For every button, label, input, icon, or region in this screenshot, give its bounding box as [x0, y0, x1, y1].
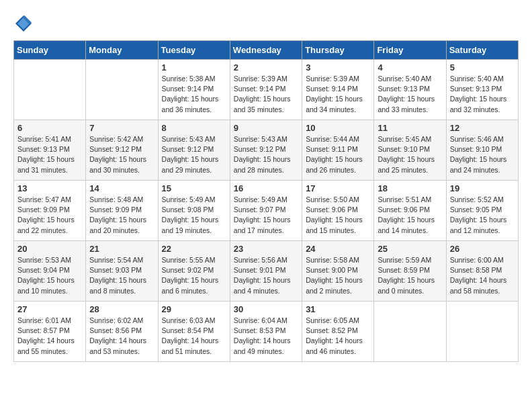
- day-number: 5: [450, 62, 515, 73]
- day-info: Sunrise: 5:39 AM Sunset: 9:14 PM Dayligh…: [306, 74, 370, 115]
- day-cell: 30Sunrise: 6:04 AM Sunset: 8:53 PM Dayli…: [230, 302, 302, 362]
- day-number: 6: [17, 123, 82, 133]
- day-cell: 17Sunrise: 5:50 AM Sunset: 9:06 PM Dayli…: [302, 181, 374, 241]
- day-cell: [374, 302, 446, 362]
- day-cell: 3Sunrise: 5:39 AM Sunset: 9:14 PM Daylig…: [302, 60, 374, 120]
- day-number: 3: [306, 62, 370, 73]
- day-info: Sunrise: 5:45 AM Sunset: 9:10 PM Dayligh…: [378, 134, 442, 175]
- day-cell: 22Sunrise: 5:55 AM Sunset: 9:02 PM Dayli…: [158, 241, 230, 302]
- day-cell: 12Sunrise: 5:46 AM Sunset: 9:10 PM Dayli…: [446, 120, 518, 181]
- header-cell-tuesday: Tuesday: [158, 41, 230, 60]
- day-info: Sunrise: 5:49 AM Sunset: 9:07 PM Dayligh…: [234, 195, 298, 236]
- day-cell: 24Sunrise: 5:58 AM Sunset: 9:00 PM Dayli…: [302, 241, 374, 302]
- day-number: 18: [378, 183, 442, 193]
- day-cell: 21Sunrise: 5:54 AM Sunset: 9:03 PM Dayli…: [86, 241, 158, 302]
- day-number: 19: [450, 183, 515, 193]
- day-cell: 2Sunrise: 5:39 AM Sunset: 9:14 PM Daylig…: [230, 60, 302, 120]
- day-info: Sunrise: 5:55 AM Sunset: 9:02 PM Dayligh…: [162, 255, 226, 296]
- day-info: Sunrise: 5:48 AM Sunset: 9:09 PM Dayligh…: [89, 195, 154, 236]
- day-info: Sunrise: 5:58 AM Sunset: 9:00 PM Dayligh…: [306, 255, 370, 296]
- header-cell-monday: Monday: [86, 41, 158, 60]
- day-info: Sunrise: 5:44 AM Sunset: 9:11 PM Dayligh…: [306, 134, 370, 175]
- calendar-body: 1Sunrise: 5:38 AM Sunset: 9:14 PM Daylig…: [14, 60, 519, 362]
- day-cell: 26Sunrise: 6:00 AM Sunset: 8:58 PM Dayli…: [446, 241, 518, 302]
- day-number: 14: [89, 183, 154, 193]
- day-cell: 27Sunrise: 6:01 AM Sunset: 8:57 PM Dayli…: [14, 302, 86, 362]
- header-cell-thursday: Thursday: [302, 41, 374, 60]
- day-info: Sunrise: 5:50 AM Sunset: 9:06 PM Dayligh…: [306, 195, 370, 236]
- header-row: SundayMondayTuesdayWednesdayThursdayFrid…: [14, 41, 519, 60]
- day-number: 15: [162, 183, 226, 193]
- day-info: Sunrise: 5:47 AM Sunset: 9:09 PM Dayligh…: [17, 195, 82, 236]
- header-cell-saturday: Saturday: [446, 41, 518, 60]
- day-cell: [14, 60, 86, 120]
- day-info: Sunrise: 6:02 AM Sunset: 8:56 PM Dayligh…: [89, 316, 154, 357]
- day-number: 29: [162, 304, 226, 314]
- day-number: 24: [306, 244, 370, 254]
- day-number: 27: [17, 304, 82, 314]
- day-cell: 6Sunrise: 5:41 AM Sunset: 9:13 PM Daylig…: [14, 120, 86, 181]
- day-number: 30: [234, 304, 298, 314]
- day-cell: 8Sunrise: 5:43 AM Sunset: 9:12 PM Daylig…: [158, 120, 230, 181]
- day-cell: 23Sunrise: 5:56 AM Sunset: 9:01 PM Dayli…: [230, 241, 302, 302]
- day-cell: 28Sunrise: 6:02 AM Sunset: 8:56 PM Dayli…: [86, 302, 158, 362]
- day-cell: 5Sunrise: 5:40 AM Sunset: 9:13 PM Daylig…: [446, 60, 518, 120]
- logo: [13, 13, 35, 34]
- page-header: [13, 13, 519, 34]
- day-info: Sunrise: 5:54 AM Sunset: 9:03 PM Dayligh…: [89, 255, 154, 296]
- day-number: 31: [306, 304, 370, 314]
- day-number: 16: [234, 183, 298, 193]
- week-row-5: 27Sunrise: 6:01 AM Sunset: 8:57 PM Dayli…: [14, 302, 519, 362]
- logo-icon: [13, 13, 34, 34]
- day-number: 26: [450, 244, 515, 254]
- day-info: Sunrise: 6:05 AM Sunset: 8:52 PM Dayligh…: [306, 316, 370, 357]
- day-cell: 11Sunrise: 5:45 AM Sunset: 9:10 PM Dayli…: [374, 120, 446, 181]
- day-cell: 10Sunrise: 5:44 AM Sunset: 9:11 PM Dayli…: [302, 120, 374, 181]
- day-number: 13: [17, 183, 82, 193]
- day-number: 25: [378, 244, 442, 254]
- day-info: Sunrise: 5:53 AM Sunset: 9:04 PM Dayligh…: [17, 255, 82, 296]
- day-cell: 20Sunrise: 5:53 AM Sunset: 9:04 PM Dayli…: [14, 241, 86, 302]
- day-number: 9: [234, 123, 298, 133]
- day-number: 17: [306, 183, 370, 193]
- day-info: Sunrise: 5:46 AM Sunset: 9:10 PM Dayligh…: [450, 134, 515, 175]
- day-cell: [86, 60, 158, 120]
- day-cell: 16Sunrise: 5:49 AM Sunset: 9:07 PM Dayli…: [230, 181, 302, 241]
- day-cell: 1Sunrise: 5:38 AM Sunset: 9:14 PM Daylig…: [158, 60, 230, 120]
- day-number: 7: [89, 123, 154, 133]
- day-cell: 19Sunrise: 5:52 AM Sunset: 9:05 PM Dayli…: [446, 181, 518, 241]
- day-number: 2: [234, 62, 298, 73]
- day-cell: [446, 302, 518, 362]
- day-number: 8: [162, 123, 226, 133]
- day-info: Sunrise: 5:49 AM Sunset: 9:08 PM Dayligh…: [162, 195, 226, 236]
- week-row-3: 13Sunrise: 5:47 AM Sunset: 9:09 PM Dayli…: [14, 181, 519, 241]
- day-info: Sunrise: 5:38 AM Sunset: 9:14 PM Dayligh…: [162, 74, 226, 115]
- day-number: 1: [162, 62, 226, 73]
- day-info: Sunrise: 5:40 AM Sunset: 9:13 PM Dayligh…: [378, 74, 442, 115]
- day-number: 10: [306, 123, 370, 133]
- day-number: 23: [234, 244, 298, 254]
- day-info: Sunrise: 6:04 AM Sunset: 8:53 PM Dayligh…: [234, 316, 298, 357]
- day-cell: 9Sunrise: 5:43 AM Sunset: 9:12 PM Daylig…: [230, 120, 302, 181]
- day-info: Sunrise: 6:00 AM Sunset: 8:58 PM Dayligh…: [450, 255, 515, 296]
- day-cell: 7Sunrise: 5:42 AM Sunset: 9:12 PM Daylig…: [86, 120, 158, 181]
- day-number: 22: [162, 244, 226, 254]
- week-row-1: 1Sunrise: 5:38 AM Sunset: 9:14 PM Daylig…: [14, 60, 519, 120]
- day-info: Sunrise: 6:01 AM Sunset: 8:57 PM Dayligh…: [17, 316, 82, 357]
- day-info: Sunrise: 6:03 AM Sunset: 8:54 PM Dayligh…: [162, 316, 226, 357]
- day-info: Sunrise: 5:40 AM Sunset: 9:13 PM Dayligh…: [450, 74, 515, 115]
- day-info: Sunrise: 5:39 AM Sunset: 9:14 PM Dayligh…: [234, 74, 298, 115]
- day-info: Sunrise: 5:43 AM Sunset: 9:12 PM Dayligh…: [234, 134, 298, 175]
- day-info: Sunrise: 5:51 AM Sunset: 9:06 PM Dayligh…: [378, 195, 442, 236]
- calendar-table: SundayMondayTuesdayWednesdayThursdayFrid…: [13, 40, 519, 362]
- week-row-4: 20Sunrise: 5:53 AM Sunset: 9:04 PM Dayli…: [14, 241, 519, 302]
- day-info: Sunrise: 5:56 AM Sunset: 9:01 PM Dayligh…: [234, 255, 298, 296]
- day-number: 28: [89, 304, 154, 314]
- day-number: 21: [89, 244, 154, 254]
- day-cell: 25Sunrise: 5:59 AM Sunset: 8:59 PM Dayli…: [374, 241, 446, 302]
- header-cell-wednesday: Wednesday: [230, 41, 302, 60]
- day-number: 11: [378, 123, 442, 133]
- day-cell: 14Sunrise: 5:48 AM Sunset: 9:09 PM Dayli…: [86, 181, 158, 241]
- calendar-header: SundayMondayTuesdayWednesdayThursdayFrid…: [14, 41, 519, 60]
- day-cell: 29Sunrise: 6:03 AM Sunset: 8:54 PM Dayli…: [158, 302, 230, 362]
